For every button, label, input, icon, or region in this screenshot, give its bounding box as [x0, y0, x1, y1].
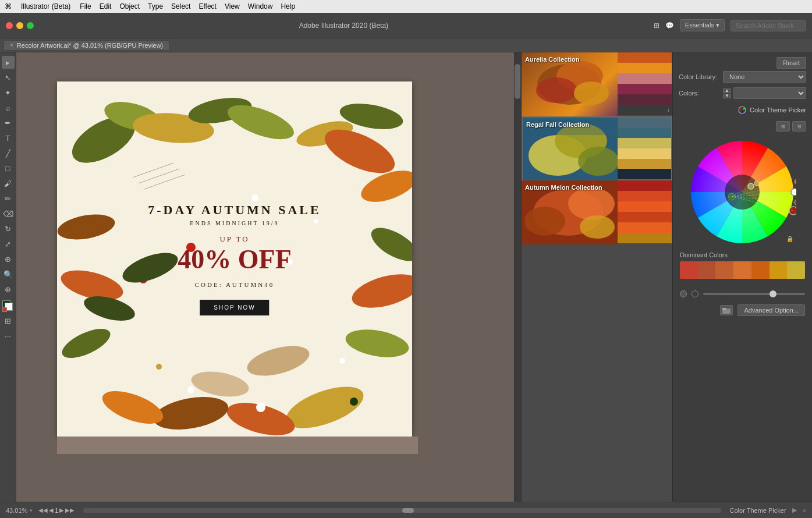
tab-close[interactable]: ×: [10, 42, 13, 48]
dominant-seg-3[interactable]: [733, 261, 751, 279]
v-scrollbar[interactable]: [514, 52, 521, 502]
aurelia-swatch-0[interactable]: [618, 52, 672, 63]
scale-tool[interactable]: ⤢: [2, 237, 15, 250]
harmony-icon-1[interactable]: ⊞: [776, 121, 790, 132]
essentials-button[interactable]: Essentials ▾: [680, 19, 725, 31]
menu-file[interactable]: File: [80, 2, 91, 10]
apple-menu[interactable]: ⌘: [5, 2, 12, 10]
aurelia-swatch-4[interactable]: [618, 94, 672, 105]
file-tab[interactable]: × Recolor Artwork.ai* @ 43.01% (RGB/GPU …: [3, 40, 169, 51]
last-page-btn[interactable]: ▶▶: [65, 507, 75, 513]
melon-swatch-1[interactable]: [618, 191, 672, 201]
regal-swatch-0[interactable]: [618, 118, 671, 128]
eraser-tool[interactable]: ⌫: [2, 207, 15, 220]
dominant-seg-1[interactable]: [698, 261, 716, 279]
melon-swatch-2[interactable]: [618, 201, 672, 212]
canvas-area[interactable]: 7-DAY AUTUMN SALE ENDS MIDNIGHT 19/9 UP …: [16, 52, 521, 502]
status-close-icon[interactable]: ×: [803, 507, 806, 514]
stock-search-input[interactable]: [731, 20, 806, 31]
melon-swatch-4[interactable]: [618, 222, 672, 233]
melon-swatch-3[interactable]: [618, 212, 672, 222]
reset-button[interactable]: Reset: [776, 57, 806, 69]
dominant-seg-0[interactable]: [680, 261, 698, 279]
magic-wand-tool[interactable]: ✦: [2, 86, 15, 99]
dominant-colors-bar[interactable]: [680, 261, 805, 279]
prev-page-btn[interactable]: ◀: [49, 507, 54, 513]
pencil-tool[interactable]: ✏: [2, 192, 15, 205]
svg-point-44: [578, 147, 618, 176]
color-selector[interactable]: [2, 300, 14, 312]
menu-help[interactable]: Help: [281, 2, 295, 10]
dominant-seg-2[interactable]: [715, 261, 733, 279]
melon-swatch-5[interactable]: [618, 233, 672, 243]
paintbrush-tool[interactable]: 🖌: [2, 177, 15, 190]
color-slider[interactable]: [703, 293, 805, 295]
radio-dot-2[interactable]: [692, 290, 698, 297]
more-tools[interactable]: ···: [2, 329, 15, 342]
rotate-tool[interactable]: ↻: [2, 222, 15, 235]
aurelia-swatch-1[interactable]: [618, 63, 672, 73]
aurelia-expand[interactable]: ›: [618, 105, 672, 115]
regal-swatch-3[interactable]: [618, 148, 671, 159]
folder-icon-button[interactable]: [720, 305, 733, 315]
menu-window[interactable]: Window: [248, 2, 273, 10]
slider-thumb[interactable]: [770, 290, 776, 297]
next-page-btn[interactable]: ▶: [59, 507, 64, 513]
regal-swatch-1[interactable]: [618, 128, 671, 139]
menu-object[interactable]: Object: [119, 2, 140, 10]
menu-effect[interactable]: Effect: [198, 2, 216, 10]
rect-tool[interactable]: □: [2, 162, 15, 175]
svg-point-59: [754, 181, 759, 186]
aurelia-collection-thumb[interactable]: Aurelia Collection ›: [522, 52, 672, 116]
comment-icon[interactable]: 💬: [665, 22, 674, 30]
close-window-btn[interactable]: [6, 22, 13, 29]
autumn-melon-thumb[interactable]: Autumn Melon Collection: [522, 180, 672, 244]
direct-select-tool[interactable]: ↖: [2, 71, 15, 84]
dominant-colors-section: [673, 261, 812, 285]
melon-swatch-0[interactable]: [618, 180, 672, 191]
status-info-icon[interactable]: ▶: [792, 506, 797, 514]
regal-swatch-5[interactable]: [618, 169, 671, 179]
properties-icon[interactable]: ⊞: [654, 22, 659, 30]
color-wheel[interactable]: 🔒: [689, 139, 796, 246]
zoom-control[interactable]: 43.01% ▾: [6, 507, 33, 514]
lasso-tool[interactable]: ⌕: [2, 101, 15, 114]
pen-tool[interactable]: ✒: [2, 116, 15, 129]
menu-select[interactable]: Select: [171, 2, 190, 10]
type-tool[interactable]: T: [2, 132, 15, 144]
colors-stepper[interactable]: ▲ ▼: [723, 88, 731, 98]
regal-swatch-4[interactable]: [618, 159, 671, 169]
dominant-seg-6[interactable]: [787, 261, 805, 279]
aurelia-swatch-2[interactable]: [618, 73, 672, 84]
menu-edit[interactable]: Edit: [100, 2, 112, 10]
maximize-window-btn[interactable]: [27, 22, 34, 29]
radio-dot-1[interactable]: [680, 290, 687, 297]
h-scrollbar[interactable]: [83, 508, 721, 513]
blend-tool[interactable]: ⊕: [2, 253, 15, 265]
colors-select[interactable]: [733, 87, 806, 99]
h-scroll-thumb[interactable]: [402, 508, 414, 513]
line-tool[interactable]: ╱: [2, 147, 15, 159]
color-library-select[interactable]: None: [723, 71, 806, 83]
color-wheel-container[interactable]: 🔒: [673, 139, 812, 246]
eyedropper-tool[interactable]: 🔍: [2, 268, 15, 281]
zoom-tool[interactable]: ⊕: [2, 283, 15, 296]
menu-type[interactable]: Type: [148, 2, 163, 10]
zoom-dropdown-icon[interactable]: ▾: [30, 508, 33, 513]
svg-point-52: [740, 108, 742, 110]
harmony-icon-2[interactable]: ⊟: [792, 121, 806, 132]
artboard-tool[interactable]: ⊞: [2, 314, 15, 327]
first-page-btn[interactable]: ◀◀: [38, 507, 48, 513]
regal-collection-thumb[interactable]: Regal Fall Collection: [522, 116, 672, 180]
menu-view[interactable]: View: [225, 2, 240, 10]
aurelia-swatch-3[interactable]: [618, 84, 672, 94]
regal-swatch-2[interactable]: [618, 138, 671, 148]
v-scroll-thumb[interactable]: [515, 64, 520, 99]
left-toolbar: ▸ ↖ ✦ ⌕ ✒ T ╱ □ 🖌 ✏ ⌫ ↻ ⤢ ⊕ 🔍 ⊕ ⊞ ···: [0, 52, 16, 502]
select-tool[interactable]: ▸: [2, 56, 15, 69]
minimize-window-btn[interactable]: [16, 22, 23, 29]
artwork-shop-btn[interactable]: SHOP NOW: [200, 300, 269, 315]
dominant-seg-4[interactable]: [751, 261, 770, 279]
advanced-options-button[interactable]: Advanced Option...: [737, 304, 805, 316]
dominant-seg-5[interactable]: [770, 261, 788, 279]
